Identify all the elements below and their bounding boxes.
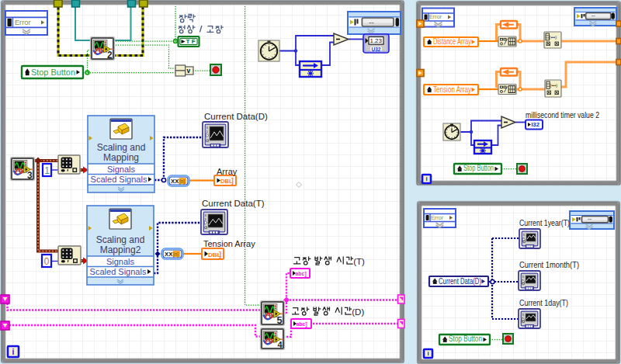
svg-text:U32: U32: [372, 47, 381, 52]
svg-text:Current Data(D): Current Data(D): [439, 277, 481, 286]
svg-text:(T): (T): [353, 257, 365, 266]
svg-text:Stop Button: Stop Button: [31, 68, 75, 77]
svg-text:Scaling and: Scaling and: [96, 234, 145, 245]
svg-text:XX: XX: [165, 251, 173, 258]
svg-text:v: v: [186, 67, 190, 75]
svg-text:(•••): (•••): [550, 83, 557, 88]
svg-text:I32: I32: [532, 121, 539, 128]
svg-text:Current 1year(T): Current 1year(T): [519, 219, 570, 227]
svg-text:i: i: [12, 348, 15, 356]
svg-text:Mapping: Mapping: [103, 152, 139, 163]
svg-text:2: 2: [107, 50, 113, 61]
svg-text:Tension Array: Tension Array: [433, 85, 471, 94]
svg-text:]: ]: [219, 251, 221, 258]
svg-text:Scaled Signals: Scaled Signals: [91, 175, 147, 184]
svg-text:Scaled Signals: Scaled Signals: [90, 267, 147, 276]
svg-text:Current 1month(T): Current 1month(T): [519, 261, 579, 269]
svg-text:Stop Button: Stop Button: [449, 335, 482, 343]
svg-text:i: i: [427, 350, 428, 357]
svg-text:Array: Array: [217, 167, 238, 176]
svg-text:Error: Error: [429, 13, 442, 20]
svg-text:--: --: [588, 215, 592, 222]
svg-text:Signals: Signals: [107, 165, 136, 174]
svg-text:Current 1day(T): Current 1day(T): [519, 299, 568, 307]
svg-text:i: i: [425, 175, 427, 182]
svg-text:abc]: abc]: [297, 321, 307, 328]
svg-text:Error: Error: [431, 214, 444, 221]
svg-text:3: 3: [27, 170, 33, 181]
svg-text:Mapping2: Mapping2: [100, 244, 141, 255]
svg-text:--: --: [592, 12, 596, 19]
svg-text:millisecond timer value 2: millisecond timer value 2: [526, 111, 599, 120]
svg-text:Current Data(T): Current Data(T): [202, 199, 265, 208]
svg-text:Stop Button: Stop Button: [463, 164, 494, 172]
svg-text:]: ]: [231, 177, 234, 185]
svg-text:(•••): (•••): [550, 35, 557, 40]
svg-text:Tension Array: Tension Array: [203, 239, 255, 248]
svg-text:[n]: [n]: [179, 179, 185, 185]
svg-text:Distance Array: Distance Array: [433, 37, 471, 46]
svg-text:T F: T F: [186, 38, 196, 45]
svg-text:0: 0: [44, 256, 50, 267]
svg-text:5: 5: [276, 314, 282, 326]
svg-text:4: 4: [277, 340, 283, 349]
svg-text:Error: Error: [15, 19, 31, 26]
svg-text:XX: XX: [171, 178, 179, 185]
svg-text:1.23: 1.23: [370, 37, 383, 44]
svg-text:Signals: Signals: [106, 257, 135, 266]
svg-text:(D): (D): [352, 307, 364, 317]
svg-text:Scaling and: Scaling and: [97, 142, 146, 153]
svg-text:[n]: [n]: [173, 251, 179, 258]
svg-text:1: 1: [44, 165, 50, 176]
svg-text:--: --: [369, 18, 374, 26]
svg-text:abc]: abc]: [296, 271, 307, 277]
svg-text:Current Data(D): Current Data(D): [204, 112, 268, 121]
